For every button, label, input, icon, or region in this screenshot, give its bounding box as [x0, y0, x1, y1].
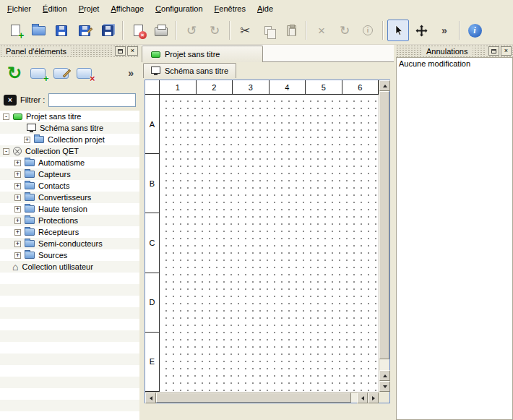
save-as-button[interactable]: [74, 20, 95, 41]
panel-overflow-button[interactable]: »: [128, 68, 134, 78]
horizontal-scrollbar[interactable]: [145, 392, 379, 403]
menu-edition[interactable]: Édition: [37, 1, 73, 16]
project-icon: [151, 51, 160, 58]
expand-icon[interactable]: +: [24, 137, 30, 143]
schema-canvas[interactable]: [160, 95, 379, 392]
scroll-left-button[interactable]: [357, 393, 368, 403]
print-button[interactable]: [150, 20, 172, 41]
scroll-left-button[interactable]: [145, 393, 156, 403]
tree-item-contacts[interactable]: + Contacts: [0, 180, 139, 192]
rotate-button[interactable]: ↻: [334, 20, 355, 41]
tree-item-label: Collection utilisateur: [22, 262, 92, 271]
reload-collections-button[interactable]: ↻: [3, 61, 26, 85]
folder-icon: [25, 205, 35, 213]
save-button[interactable]: [51, 20, 72, 41]
save-all-button[interactable]: [97, 20, 118, 41]
new-document-button[interactable]: +: [4, 20, 26, 41]
vertical-scroll-track[interactable]: [379, 91, 389, 370]
float-dock-button[interactable]: [115, 46, 126, 56]
menu-affichage[interactable]: Affichage: [105, 1, 150, 16]
tree-item-collection-utilisateur[interactable]: ⌂ Collection utilisateur: [0, 261, 139, 273]
tree-item-sources[interactable]: + Sources: [0, 249, 139, 261]
menu-fenetres[interactable]: Fenêtres: [209, 1, 251, 16]
tree-item-projet-sans-titre[interactable]: - Projet sans titre: [0, 111, 139, 122]
select-mode-button[interactable]: [387, 20, 409, 41]
row-ruler: A B C D E: [145, 95, 160, 392]
vertical-scroll-thumb[interactable]: [379, 91, 389, 359]
expand-icon[interactable]: +: [14, 183, 21, 189]
tree-item-collection-qet[interactable]: - Collection QET: [0, 145, 139, 157]
expand-icon[interactable]: +: [14, 218, 21, 224]
menu-fichier[interactable]: Fichier: [1, 1, 37, 16]
tree-item-label: Schéma sans titre: [40, 124, 103, 132]
toolbar-overflow-button[interactable]: »: [434, 20, 455, 41]
scroll-up-button[interactable]: [379, 370, 390, 381]
expand-icon[interactable]: +: [14, 252, 21, 259]
horizontal-scroll-track[interactable]: [156, 393, 357, 403]
collapse-icon[interactable]: -: [3, 113, 9, 120]
delete-element-button[interactable]: ×: [72, 61, 95, 85]
tree-item-schema-sans-titre[interactable]: Schéma sans titre: [0, 122, 139, 134]
expand-icon[interactable]: +: [14, 160, 21, 166]
tab-projet-sans-titre[interactable]: Projet sans titre: [142, 46, 263, 62]
tree-item-haute-tension[interactable]: + Haute tension: [0, 203, 139, 215]
open-project-button[interactable]: [27, 20, 49, 41]
cut-button[interactable]: ✂: [234, 20, 256, 41]
project-tab-label: Projet sans titre: [165, 50, 220, 59]
folder-icon: [34, 136, 44, 143]
redo-icon: ↻: [210, 25, 220, 37]
new-element-button[interactable]: +: [26, 61, 49, 85]
delete-button[interactable]: ×: [311, 20, 332, 41]
copy-button[interactable]: [257, 20, 279, 41]
close-dock-button[interactable]: ×: [501, 46, 512, 56]
collapse-icon[interactable]: -: [3, 148, 9, 155]
undo-history-list[interactable]: Aucune modification: [396, 57, 513, 420]
scroll-up-button[interactable]: [379, 80, 390, 91]
elements-panel-toolbar: ↻ + × »: [0, 57, 139, 89]
expand-icon[interactable]: +: [14, 194, 21, 201]
tree-item-recepteurs[interactable]: + Récepteurs: [0, 226, 139, 238]
scroll-right-button[interactable]: [368, 393, 379, 403]
edit-element-button[interactable]: [49, 61, 72, 85]
menu-projet[interactable]: Projet: [73, 1, 105, 16]
expand-icon[interactable]: +: [14, 229, 21, 236]
undo-button[interactable]: ↺: [181, 20, 202, 41]
float-dock-button[interactable]: [488, 46, 499, 56]
menu-aide[interactable]: Aide: [251, 1, 279, 16]
expand-icon[interactable]: +: [14, 241, 21, 247]
delete-x-icon: ×: [318, 25, 325, 37]
elements-tree[interactable]: - Projet sans titre Schéma sans titre + …: [0, 111, 139, 420]
about-info-icon: i: [468, 24, 482, 38]
expand-icon[interactable]: +: [14, 206, 21, 213]
close-dock-button[interactable]: ×: [127, 46, 138, 56]
undo-dock-titlebar[interactable]: Annulations ×: [396, 45, 513, 57]
horizontal-scroll-thumb[interactable]: [156, 393, 351, 403]
paste-button[interactable]: [280, 20, 302, 41]
redo-button[interactable]: ↻: [204, 20, 225, 41]
tree-item-collection-projet[interactable]: + Collection projet: [0, 134, 139, 145]
tree-item-capteurs[interactable]: + Capteurs: [0, 168, 139, 180]
elements-panel-titlebar[interactable]: Panel d'éléments ×: [0, 45, 139, 57]
properties-button[interactable]: i: [357, 20, 379, 41]
tab-schema-sans-titre[interactable]: Schéma sans titre: [143, 63, 236, 78]
tree-item-semi-conducteurs[interactable]: + Semi-conducteurs: [0, 238, 139, 249]
vertical-scrollbar[interactable]: [379, 80, 389, 392]
menu-configuration[interactable]: Configuration: [150, 1, 208, 16]
expand-icon[interactable]: +: [14, 171, 21, 178]
folder-icon: [25, 182, 35, 189]
scroll-down-button[interactable]: [379, 381, 390, 392]
tree-item-convertisseurs[interactable]: + Convertisseurs: [0, 192, 139, 203]
refresh-icon: ↻: [7, 64, 22, 82]
tree-item-automatisme[interactable]: + Automatisme: [0, 157, 139, 168]
close-icon: ×: [131, 48, 134, 54]
tree-item-protections[interactable]: + Protections: [0, 215, 139, 226]
folder-icon: [25, 194, 35, 201]
about-qet-button[interactable]: i: [464, 20, 486, 41]
cursor-arrow-icon: [392, 25, 404, 36]
arrow-up-icon: [383, 374, 387, 377]
undo-empty-item[interactable]: Aucune modification: [399, 59, 470, 68]
close-file-button[interactable]: ×: [127, 20, 149, 41]
clear-filter-button[interactable]: ×: [4, 95, 17, 106]
pan-mode-button[interactable]: [410, 20, 432, 41]
filter-input[interactable]: [48, 93, 136, 107]
